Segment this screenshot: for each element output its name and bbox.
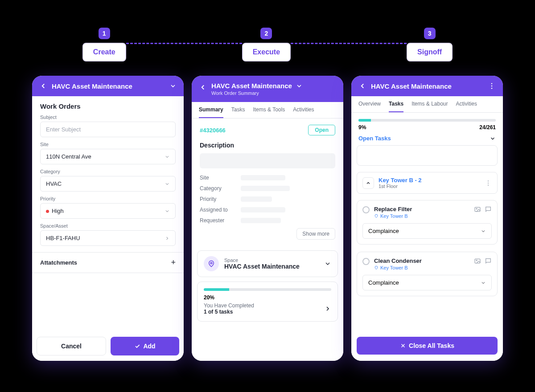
chevron-down-icon[interactable] [296, 82, 303, 90]
close-all-label: Close All Tasks [409, 342, 454, 349]
comment-icon[interactable] [485, 257, 492, 265]
space-title: HVAC Asset Maintenance [224, 263, 319, 270]
progress-counter: 24/261 [479, 124, 496, 131]
signoff-screen: HAVC Asset Maintenance Overview Tasks It… [351, 76, 503, 361]
description-skeleton [200, 153, 335, 168]
meta-skeleton [241, 186, 290, 191]
tab-summary[interactable]: Summary [199, 106, 223, 118]
progress-caption: You Have Completed [204, 302, 254, 309]
image-icon[interactable] [474, 257, 481, 265]
status-badge: Open [308, 125, 335, 135]
tabs: Summary Tasks Items & Tools Activities [192, 102, 343, 118]
close-icon [400, 343, 406, 349]
progress-percent: 9% [358, 124, 366, 131]
tab-items-labour[interactable]: Items & Labour [412, 101, 448, 112]
cancel-button[interactable]: Cancel [37, 337, 106, 355]
attachments-row[interactable]: Attatchments + [32, 252, 184, 273]
add-button[interactable]: Add [111, 337, 179, 355]
svg-point-8 [476, 208, 477, 209]
task-group-header[interactable]: Key Tower B - 2 1st Floor [357, 172, 498, 194]
back-icon[interactable] [39, 82, 47, 90]
section-title: Work Orders [40, 102, 176, 110]
location-pin-icon [204, 256, 219, 271]
open-tasks-toggle[interactable]: Open Tasks [358, 135, 496, 142]
progress-bar [204, 288, 331, 291]
space-asset-select[interactable]: HB-F1-FAHU [40, 230, 176, 246]
chevron-up-icon [366, 180, 371, 186]
image-icon[interactable] [474, 206, 481, 213]
chevron-down-icon [481, 280, 486, 286]
progress-percent: 20% [204, 294, 331, 301]
more-vertical-icon[interactable] [488, 82, 496, 90]
meta-label: Requester [200, 217, 235, 224]
step-label: Create [82, 43, 126, 61]
space-label: Space [224, 257, 319, 263]
compliance-value: Complaince [368, 279, 399, 286]
workflow-steps: 1 Create 2 Execute 3 Signoff [0, 28, 535, 61]
meta-skeleton [241, 207, 285, 212]
svg-point-4 [488, 180, 489, 181]
tab-items-tools[interactable]: Items & Tools [253, 106, 285, 118]
close-all-tasks-button[interactable]: Close All Tasks [357, 337, 498, 355]
field-label: Category [40, 169, 176, 174]
plus-icon[interactable]: + [171, 258, 176, 267]
comment-icon[interactable] [485, 206, 492, 213]
task-radio[interactable] [362, 258, 370, 265]
tab-tasks[interactable]: Tasks [389, 101, 403, 112]
task-radio[interactable] [362, 206, 370, 213]
screen-title: HAVC Asset Maintenance [211, 82, 292, 90]
step-connector [291, 43, 407, 44]
task-title: Clean Condenser [374, 257, 469, 264]
tab-overview[interactable]: Overview [358, 101, 381, 112]
collapse-button[interactable] [362, 177, 374, 189]
svg-point-5 [488, 182, 489, 183]
task-item: Replace Filter Key Tower B Complaince [357, 200, 498, 245]
field-label: Space/Asset [40, 223, 176, 229]
work-order-id: #4320666 [200, 127, 226, 134]
site-select[interactable]: 110N Central Ave [40, 149, 176, 164]
check-icon [134, 343, 140, 349]
more-vertical-icon[interactable] [485, 180, 492, 187]
show-more-button[interactable]: Show more [296, 228, 335, 240]
site-value: 110N Central Ave [46, 153, 91, 160]
open-tasks-label: Open Tasks [358, 135, 391, 142]
chevron-down-icon [490, 135, 496, 142]
compliance-select[interactable]: Complaince [362, 275, 492, 290]
back-icon[interactable] [199, 83, 207, 91]
step-number: 3 [424, 28, 436, 39]
location-pin-icon [374, 265, 379, 270]
step-label: Signoff [407, 43, 453, 61]
screen-title: HAVC Asset Maintenance [371, 82, 483, 90]
tab-activities[interactable]: Activities [456, 101, 477, 112]
space-card[interactable]: Space HVAC Asset Maintenance [197, 250, 338, 277]
tab-activities[interactable]: Activities [293, 106, 314, 118]
attachments-label: Attatchments [40, 259, 77, 266]
category-select[interactable]: HVAC [40, 176, 176, 192]
back-icon[interactable] [358, 82, 366, 90]
description-heading: Description [200, 142, 335, 149]
compliance-select[interactable]: Complaince [362, 223, 492, 239]
location-pin-icon [374, 214, 379, 218]
step-label: Execute [242, 43, 291, 61]
chevron-down-icon [165, 181, 170, 187]
priority-select[interactable]: High [40, 203, 176, 219]
tabs: Overview Tasks Items & Labour Activities [351, 96, 503, 113]
field-label: Site [40, 142, 176, 147]
tab-tasks[interactable]: Tasks [231, 106, 245, 118]
progress-card[interactable]: 20% You Have Completed 1 of 5 tasks [197, 282, 338, 322]
create-screen: HAVC Asset Maintenance Work Orders Subje… [32, 76, 184, 361]
meta-skeleton [241, 196, 272, 202]
chevron-right-icon [165, 236, 170, 241]
svg-point-1 [491, 83, 493, 84]
task-item: Clean Condenser Key Tower B Complaince [357, 252, 498, 296]
space-asset-value: HB-F1-FAHU [46, 235, 80, 241]
screen-header: HAVC Asset Maintenance Work Order Summar… [192, 76, 343, 102]
progress-bar [358, 119, 496, 122]
chevron-down-icon [165, 154, 170, 159]
step-number: 2 [260, 28, 272, 39]
meta-label: Category [200, 185, 235, 192]
group-title: Key Tower B - 2 [379, 177, 480, 184]
subject-input[interactable]: Enter Subject [40, 122, 176, 137]
chevron-down-icon[interactable] [169, 82, 177, 90]
progress-tasks: 1 of 5 tasks [204, 309, 254, 315]
